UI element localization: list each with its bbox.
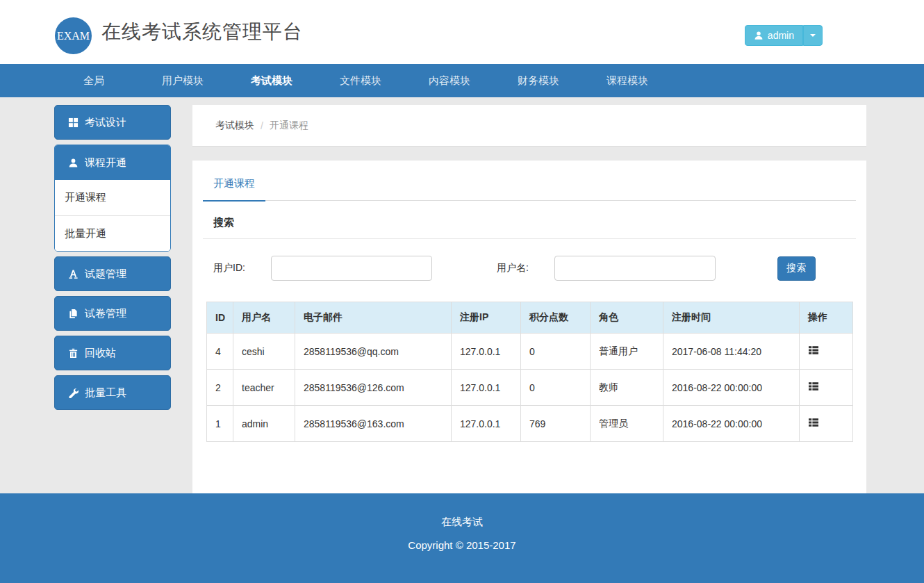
exam-logo: EXAM xyxy=(55,17,92,54)
th-list-icon xyxy=(808,417,819,428)
search-section-title: 搜索 xyxy=(203,201,856,239)
user-id-label: 用户ID: xyxy=(213,262,245,274)
sidebar-group-course-open: 课程开通 开通课程 批量开通 xyxy=(54,145,171,252)
sidebar-subitem-label: 批量开通 xyxy=(65,227,106,240)
breadcrumb-item-exam-module[interactable]: 考试模块 xyxy=(215,120,254,132)
th-list-icon xyxy=(808,381,819,392)
user-icon xyxy=(68,158,79,168)
cell-regtime: 2016-08-22 00:00:00 xyxy=(663,406,800,442)
col-header-regtime: 注册时间 xyxy=(663,302,800,334)
breadcrumb-item-open-course: 开通课程 xyxy=(270,120,308,132)
col-header-actions: 操作 xyxy=(800,302,853,334)
user-icon xyxy=(754,31,764,40)
sidebar-item-batch-tools[interactable]: 批量工具 xyxy=(54,375,171,410)
breadcrumb-separator: / xyxy=(261,120,263,131)
user-button-label: admin xyxy=(768,30,794,41)
user-dropdown-toggle[interactable] xyxy=(803,25,823,46)
cell-username: ceshi xyxy=(233,334,295,370)
sidebar-item-course-open[interactable]: 课程开通 xyxy=(55,145,170,180)
sidebar-item-question-management[interactable]: 试题管理 xyxy=(54,256,171,291)
sidebar-subitem-open-course[interactable]: 开通课程 xyxy=(55,180,170,215)
cell-ip: 127.0.0.1 xyxy=(452,406,521,442)
th-large-icon xyxy=(68,117,79,128)
sidebar-subitem-batch-open[interactable]: 批量开通 xyxy=(55,215,170,251)
cell-role: 普通用户 xyxy=(591,334,663,370)
row-actions-button[interactable] xyxy=(808,417,819,428)
col-header-role: 角色 xyxy=(591,302,663,334)
table-header-row: ID 用户名 电子邮件 注册IP 积分点数 角色 注册时间 操作 xyxy=(207,302,853,334)
tab-bar: 开通课程 xyxy=(203,161,856,201)
logo-text: EXAM xyxy=(57,30,90,42)
user-button[interactable]: admin xyxy=(745,25,803,46)
footer-site-name: 在线考试 xyxy=(0,516,924,529)
cell-username: admin xyxy=(233,406,295,442)
sidebar-item-label: 试卷管理 xyxy=(85,307,126,320)
caret-down-icon xyxy=(810,34,816,37)
cell-actions xyxy=(800,370,853,406)
cell-role: 管理员 xyxy=(591,406,663,442)
table-row: 4 ceshi 2858119536@qq.com 127.0.0.1 0 普通… xyxy=(207,334,853,370)
cell-email: 2858119536@126.com xyxy=(295,370,452,406)
trash-icon xyxy=(68,348,79,359)
font-icon xyxy=(68,269,79,279)
cell-actions xyxy=(800,406,853,442)
nav-item-user-module[interactable]: 用户模块 xyxy=(138,74,227,88)
breadcrumb: 考试模块 / 开通课程 xyxy=(192,105,866,147)
col-header-points: 积分点数 xyxy=(521,302,591,334)
sidebar-item-recycle-bin[interactable]: 回收站 xyxy=(54,336,171,370)
main-content: 考试模块 / 开通课程 开通课程 搜索 用户ID: 用户名: 搜索 xyxy=(192,105,866,493)
cell-ip: 127.0.0.1 xyxy=(452,370,521,406)
username-input[interactable] xyxy=(554,256,716,281)
row-actions-button[interactable] xyxy=(808,345,819,356)
wrench-icon xyxy=(68,388,79,398)
cell-regtime: 2016-08-22 00:00:00 xyxy=(663,370,800,406)
tab-open-course[interactable]: 开通课程 xyxy=(203,170,265,202)
col-header-id: ID xyxy=(207,302,233,334)
th-list-icon xyxy=(808,345,819,356)
search-form: 用户ID: 用户名: 搜索 xyxy=(203,256,856,281)
page-body: 考试设计 课程开通 开通课程 批量开通 试题管理 xyxy=(0,97,924,493)
sidebar-item-label: 回收站 xyxy=(85,347,116,360)
footer-copyright: Copyright © 2015-2017 xyxy=(0,539,924,551)
nav-item-course-module[interactable]: 课程模块 xyxy=(583,74,672,88)
users-table: ID 用户名 电子邮件 注册IP 积分点数 角色 注册时间 操作 4 ceshi xyxy=(206,302,853,442)
nav-item-global[interactable]: 全局 xyxy=(49,74,138,88)
table-row: 1 admin 2858119536@163.com 127.0.0.1 769… xyxy=(207,406,853,442)
sidebar-item-label: 试题管理 xyxy=(85,268,126,281)
col-header-username: 用户名 xyxy=(233,302,295,334)
content-panel: 开通课程 搜索 用户ID: 用户名: 搜索 ID 用户名 xyxy=(192,161,866,493)
table-row: 2 teacher 2858119536@126.com 127.0.0.1 0… xyxy=(207,370,853,406)
sidebar-item-label: 批量工具 xyxy=(85,386,126,400)
row-actions-button[interactable] xyxy=(808,381,819,392)
sidebar-item-exam-design[interactable]: 考试设计 xyxy=(54,105,171,140)
cell-points: 0 xyxy=(521,370,591,406)
sidebar-item-label: 课程开通 xyxy=(85,156,126,170)
col-header-email: 电子邮件 xyxy=(295,302,452,334)
user-menu: admin xyxy=(745,25,823,46)
cell-role: 教师 xyxy=(591,370,663,406)
cell-id: 4 xyxy=(207,334,233,370)
nav-item-exam-module[interactable]: 考试模块 xyxy=(227,74,316,88)
cell-id: 1 xyxy=(207,406,233,442)
cell-ip: 127.0.0.1 xyxy=(452,334,521,370)
nav-item-file-module[interactable]: 文件模块 xyxy=(316,74,405,88)
copy-icon xyxy=(68,309,79,319)
nav-item-content-module[interactable]: 内容模块 xyxy=(405,74,494,88)
cell-actions xyxy=(800,334,853,370)
cell-email: 2858119536@163.com xyxy=(295,406,452,442)
sidebar: 考试设计 课程开通 开通课程 批量开通 试题管理 xyxy=(54,105,171,415)
sidebar-item-label: 考试设计 xyxy=(85,116,126,129)
cell-email: 2858119536@qq.com xyxy=(295,334,452,370)
search-button[interactable]: 搜索 xyxy=(777,256,816,281)
col-header-ip: 注册IP xyxy=(452,302,521,334)
cell-points: 0 xyxy=(521,334,591,370)
user-id-input[interactable] xyxy=(271,256,432,281)
sidebar-item-paper-management[interactable]: 试卷管理 xyxy=(54,296,171,331)
top-navbar: 全局 用户模块 考试模块 文件模块 内容模块 财务模块 课程模块 xyxy=(0,64,924,97)
cell-username: teacher xyxy=(233,370,295,406)
nav-item-finance-module[interactable]: 财务模块 xyxy=(494,74,583,88)
page-title: 在线考试系统管理平台 xyxy=(101,19,303,45)
app-header: EXAM 在线考试系统管理平台 admin xyxy=(0,0,924,64)
cell-id: 2 xyxy=(207,370,233,406)
cell-regtime: 2017-06-08 11:44:20 xyxy=(663,334,800,370)
